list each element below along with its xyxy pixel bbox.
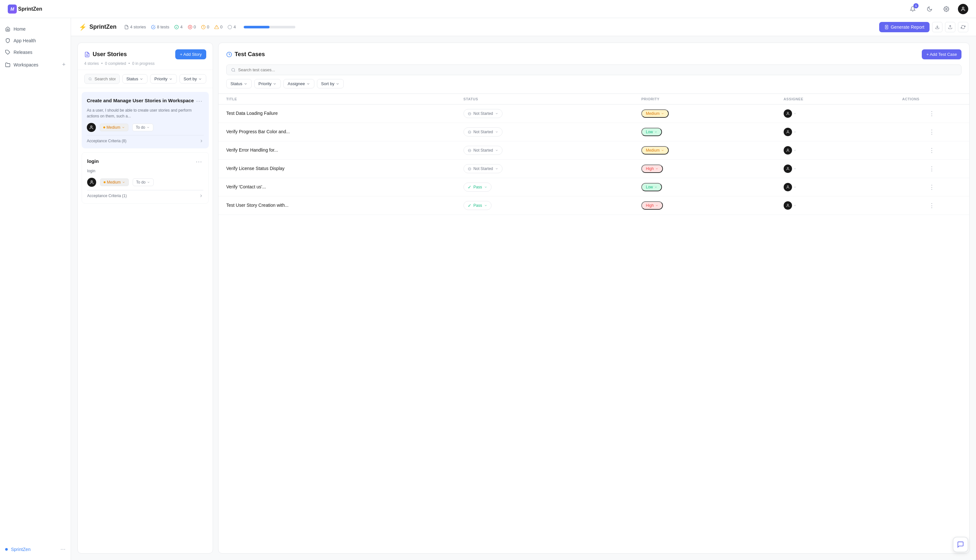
assignee-avatar-5 <box>784 183 792 191</box>
stories-status-filter[interactable]: Status <box>122 74 148 83</box>
tc-row-6-priority-btn[interactable]: High <box>641 201 663 210</box>
story-2-more-button[interactable]: ⋯ <box>194 158 204 165</box>
tc-row-6-title: Test User Story Creation with... <box>226 202 464 209</box>
sidebar-workspace-sprintzen[interactable]: SprintZen ⋯ <box>0 543 71 555</box>
tc-row-3-status-btn[interactable]: ⊖ Not Started <box>464 146 502 155</box>
chevron-icon-14 <box>661 149 664 152</box>
user-avatar-button[interactable] <box>958 4 968 14</box>
story-1-priority[interactable]: Medium <box>100 123 128 131</box>
sidebar-item-workspaces[interactable]: Workspaces + <box>0 58 71 71</box>
chevron-down-icon <box>139 77 143 81</box>
story-1-status[interactable]: To do <box>132 123 153 131</box>
tc-row-6-priority-label: High <box>646 203 654 208</box>
tc-title-row: Test Cases + Add Test Case <box>226 49 961 65</box>
priority-dot-2 <box>103 181 105 183</box>
user-stories-panel: User Stories + Add Story 4 stories • 0 c… <box>77 43 213 553</box>
tag-icon <box>5 50 10 55</box>
tc-row-4-status-btn[interactable]: ⊖ Not Started <box>464 164 502 173</box>
story-2-acceptance[interactable]: Acceptance Criteria (1) <box>87 190 204 198</box>
tc-row-1-priority-btn[interactable]: Medium <box>641 109 669 118</box>
tc-row-4-priority-btn[interactable]: High <box>641 165 663 173</box>
sidebar-item-home[interactable]: Home <box>0 23 71 35</box>
tc-row-6-more-btn[interactable]: ⋮ <box>929 202 935 209</box>
story-1-more-button[interactable]: ⋯ <box>195 97 204 105</box>
tc-row-5-status-btn[interactable]: ✓ Pass <box>464 183 492 192</box>
tc-row-1-title: Test Data Loading Failure <box>226 110 464 117</box>
stories-priority-filter[interactable]: Priority <box>150 74 177 83</box>
tc-row-1-more-btn[interactable]: ⋮ <box>929 110 935 117</box>
stories-sortby-filter[interactable]: Sort by <box>179 74 206 83</box>
tc-row-2-priority-btn[interactable]: Low <box>641 128 662 136</box>
tc-row-5-priority-btn[interactable]: Low <box>641 183 662 191</box>
story-2-description: login <box>87 168 204 174</box>
chevron-icon-12 <box>654 130 657 133</box>
add-story-label: + Add Story <box>180 52 202 57</box>
folder-icon <box>5 62 10 67</box>
stories-search-input[interactable] <box>95 77 115 81</box>
tc-row-4-priority: High <box>641 165 784 173</box>
tc-row-5-priority: Low <box>641 183 784 191</box>
tc-row-1-status-btn[interactable]: ⊖ Not Started <box>464 109 502 118</box>
tc-priority-label: Priority <box>259 81 272 86</box>
tc-row-2-more-btn[interactable]: ⋮ <box>929 128 935 135</box>
tc-row-6-status-btn[interactable]: ✓ Pass <box>464 201 492 210</box>
story-2-priority[interactable]: Medium <box>100 178 129 186</box>
story-2-status[interactable]: To do <box>133 178 153 186</box>
svg-point-29 <box>787 186 789 187</box>
tc-priority-filter[interactable]: Priority <box>254 79 281 88</box>
tc-row-1-assignee <box>784 109 902 118</box>
pass-icon-2: ✓ <box>468 203 472 208</box>
project-name-area: ⚡ SprintZen <box>79 23 117 31</box>
sidebar-item-releases[interactable]: Releases <box>0 47 71 58</box>
chat-fab-button[interactable] <box>953 537 968 552</box>
notification-button[interactable]: 1 <box>908 4 918 14</box>
story-1-avatar <box>87 123 96 132</box>
chevron-assign-4 <box>793 167 797 170</box>
add-test-case-button[interactable]: + Add Test Case <box>922 49 961 59</box>
tc-row-4-more-btn[interactable]: ⋮ <box>929 165 935 172</box>
tc-status-filter[interactable]: Status <box>226 79 252 88</box>
tc-assignee-filter[interactable]: Assignee <box>284 79 314 88</box>
tc-row-3-priority-btn[interactable]: Medium <box>641 146 669 155</box>
add-workspace-icon[interactable]: + <box>62 61 65 68</box>
tc-search-area <box>219 65 969 79</box>
upload-button[interactable] <box>945 22 955 32</box>
download-button[interactable] <box>932 22 943 32</box>
app-logo[interactable]: M SprintZen <box>8 5 42 13</box>
refresh-button[interactable] <box>958 22 968 32</box>
tc-row-2-assignee <box>784 128 902 136</box>
check-icon <box>174 25 179 29</box>
tc-row-4-assignee <box>784 165 902 173</box>
theme-toggle-button[interactable] <box>924 4 935 14</box>
avatar-icon <box>89 125 93 130</box>
story-1-acceptance[interactable]: Acceptance Criteria (8) <box>87 135 204 143</box>
tc-row-3-more-btn[interactable]: ⋮ <box>929 147 935 154</box>
tc-row-5-more-btn[interactable]: ⋮ <box>929 183 935 191</box>
tc-row-1-priority: Medium <box>641 109 784 118</box>
stories-status-label: Status <box>127 77 138 81</box>
sidebar-item-home-label: Home <box>13 27 25 32</box>
sidebar-workspace-section: SprintZen ⋯ <box>0 543 71 555</box>
tc-search-box[interactable] <box>226 65 961 75</box>
tc-row-5-status-label: Pass <box>474 185 482 189</box>
tc-title-text: Test Cases <box>235 51 265 58</box>
workspace-more-icon[interactable]: ⋯ <box>60 546 65 552</box>
add-story-button[interactable]: + Add Story <box>175 49 206 59</box>
sidebar-item-app-health[interactable]: App Health <box>0 35 71 47</box>
top-bar-right: 1 <box>908 4 968 14</box>
tc-row-2-status-btn[interactable]: ⊖ Not Started <box>464 127 502 137</box>
download-icon <box>935 25 939 29</box>
story-1-meta: Medium To do <box>87 123 204 132</box>
lightning-icon: ⚡ <box>79 23 87 31</box>
table-row: Verify License Status Display ⊖ Not Star… <box>219 160 969 178</box>
logo-icon: M <box>8 5 17 13</box>
settings-button[interactable] <box>941 4 951 14</box>
stories-search-box[interactable] <box>84 74 120 84</box>
tests-stat: 8 tests <box>151 25 169 29</box>
generate-report-button[interactable]: Generate Report <box>879 22 929 32</box>
svg-line-19 <box>91 80 92 80</box>
tc-sortby-filter[interactable]: Sort by <box>317 79 344 88</box>
tc-search-input[interactable] <box>238 67 957 72</box>
svg-point-20 <box>91 126 92 127</box>
chevron-icon-15 <box>495 167 498 170</box>
